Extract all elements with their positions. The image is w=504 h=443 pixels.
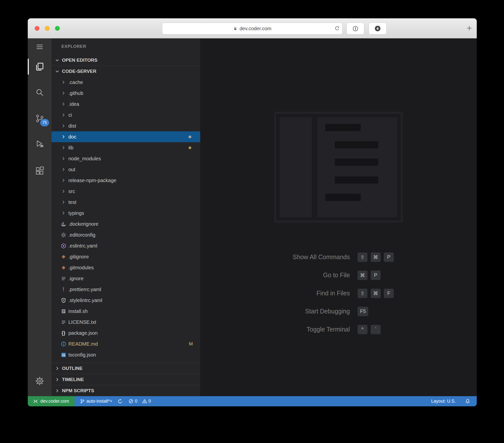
- tree-item-README.md[interactable]: README.mdM: [52, 338, 200, 349]
- tree-item-label: README.md: [68, 341, 98, 347]
- chevron-down-icon: [55, 69, 60, 74]
- menu-button[interactable]: [28, 39, 52, 54]
- activity-explorer[interactable]: [28, 59, 52, 74]
- tree-item-release-npm-package[interactable]: release-npm-package: [52, 175, 200, 186]
- tree-item-.prettierrc.yaml[interactable]: !.prettierrc.yaml: [52, 284, 200, 295]
- sync-button[interactable]: [118, 399, 123, 404]
- tree-item-.stylelintrc.yaml[interactable]: .stylelintrc.yaml: [52, 295, 200, 306]
- close-window-button[interactable]: [35, 26, 39, 31]
- zoom-window-button[interactable]: [55, 26, 60, 31]
- tree-item-install.sh[interactable]: install.sh: [52, 306, 200, 317]
- tree-item-doc[interactable]: doc: [52, 131, 200, 142]
- settings-button[interactable]: [28, 374, 52, 388]
- tree-item-dist[interactable]: dist: [52, 120, 200, 131]
- section-timeline[interactable]: TIMELINE: [52, 374, 200, 385]
- search-icon: [35, 87, 45, 97]
- git-icon: [60, 254, 67, 260]
- tree-item-.eslintrc.yaml[interactable]: .eslintrc.yaml: [52, 240, 200, 251]
- shortcut-label: Start Debugging: [200, 308, 350, 315]
- notifications-bell-icon[interactable]: [465, 399, 470, 404]
- tree-item-.dockerignore[interactable]: .dockerignore: [52, 219, 200, 229]
- section-root-folder[interactable]: CODE-SERVER: [52, 66, 200, 77]
- tree-item-src[interactable]: src: [52, 186, 200, 197]
- tree-item-package.json[interactable]: {}package.json: [52, 328, 200, 338]
- remote-indicator[interactable]: dev.coder.com: [28, 396, 75, 406]
- status-bar: dev.coder.com auto-install*+ 0: [28, 396, 477, 406]
- tree-item-lib[interactable]: lib: [52, 142, 200, 153]
- shortcut-row: Toggle Terminal^`: [200, 320, 477, 338]
- watermark-sidebar-shape: [280, 117, 312, 217]
- chevron-right-icon: [60, 134, 67, 139]
- svg-text:TS: TS: [62, 354, 65, 357]
- lock-icon: [233, 27, 237, 31]
- chevron-right-icon: [60, 101, 67, 107]
- shortcut-row: Go to File⌘P: [200, 266, 477, 284]
- chevron-right-icon: [55, 366, 60, 371]
- download-icon: [374, 25, 381, 32]
- tree-item-.github[interactable]: .github: [52, 88, 200, 99]
- address-bar[interactable]: dev.coder.com: [162, 23, 342, 34]
- activity-search[interactable]: [28, 85, 52, 100]
- warning-icon: [142, 399, 147, 404]
- tree-item-.cache[interactable]: .cache: [52, 77, 200, 88]
- section-open-editors[interactable]: OPEN EDITORS: [52, 55, 200, 66]
- shortcut-row: Start DebuggingF5: [200, 302, 477, 320]
- tree-item-test[interactable]: test: [52, 197, 200, 208]
- keycap: ⇧: [358, 289, 367, 298]
- keycap: F: [384, 289, 394, 298]
- tree-item-label: test: [68, 199, 76, 205]
- reload-button[interactable]: [335, 26, 340, 31]
- shortcut-label: Find in Files: [200, 290, 350, 297]
- tree-item-label: .github: [68, 90, 83, 96]
- content-blocker-icon: [352, 25, 359, 32]
- activity-extensions[interactable]: [28, 163, 52, 178]
- menu-icon: [35, 42, 44, 51]
- editorconfig-icon: [60, 232, 67, 238]
- branch-label: auto-install*+: [86, 399, 112, 404]
- git-status-dot: [189, 146, 191, 149]
- desktop: dev.coder.com +: [0, 0, 504, 443]
- watermark-editor-shape: [317, 117, 397, 217]
- tree-item-label: .dockerignore: [68, 221, 98, 227]
- tree-item-typings[interactable]: typings: [52, 208, 200, 219]
- branch-icon: [80, 399, 85, 404]
- json-icon: {}: [60, 331, 67, 335]
- minimize-window-button[interactable]: [45, 26, 50, 31]
- sync-icon: [118, 399, 123, 404]
- tree-item-node_modules[interactable]: node_modules: [52, 153, 200, 164]
- tree-item-label: src: [68, 189, 75, 194]
- chevron-right-icon: [60, 210, 67, 216]
- section-label: OPEN EDITORS: [62, 57, 97, 63]
- chevron-right-icon: [60, 156, 67, 161]
- section-npm-scripts[interactable]: NPM SCRIPTS: [52, 385, 200, 396]
- problems-item[interactable]: 0 0: [129, 399, 151, 404]
- keyboard-layout-item[interactable]: Layout: U.S.: [431, 399, 456, 404]
- tree-item-.gitignore[interactable]: .gitignore: [52, 251, 200, 262]
- section-outline[interactable]: OUTLINE: [52, 363, 200, 374]
- activity-source-control[interactable]: 75: [28, 111, 52, 126]
- chevron-right-icon: [55, 388, 60, 393]
- git-branch-item[interactable]: auto-install*+: [80, 399, 112, 404]
- explorer-sidebar: EXPLORER OPEN EDITORS CODE-SERVER .cache…: [52, 38, 200, 396]
- keycap: ⌘: [371, 289, 381, 298]
- new-tab-button[interactable]: +: [464, 23, 475, 34]
- activity-run-debug[interactable]: [28, 137, 52, 151]
- tree-item-label: dist: [68, 123, 76, 129]
- script-icon: [60, 308, 67, 314]
- tree-item-label: .editorconfig: [68, 232, 95, 238]
- tree-item-LICENSE.txt[interactable]: LICENSE.txt: [52, 317, 200, 328]
- tree-item-.ignore[interactable]: .ignore: [52, 273, 200, 284]
- downloads-button[interactable]: [369, 23, 387, 34]
- tree-item-label: doc: [68, 134, 76, 140]
- tree-item-ci[interactable]: ci: [52, 110, 200, 120]
- tree-item-tsconfig.json[interactable]: TStsconfig.json: [52, 349, 200, 360]
- keycap: P: [384, 252, 394, 262]
- explorer-title: EXPLORER: [52, 38, 200, 55]
- tree-item-.idea[interactable]: .idea: [52, 99, 200, 110]
- editor-area: Show All Commands⇧⌘PGo to File⌘PFind in …: [200, 38, 477, 396]
- tree-item-.gitmodules[interactable]: .gitmodules: [52, 262, 200, 273]
- content-blocker-button[interactable]: [346, 23, 364, 34]
- browser-toolbar: dev.coder.com +: [28, 18, 477, 38]
- tree-item-out[interactable]: out: [52, 164, 200, 175]
- tree-item-.editorconfig[interactable]: .editorconfig: [52, 229, 200, 240]
